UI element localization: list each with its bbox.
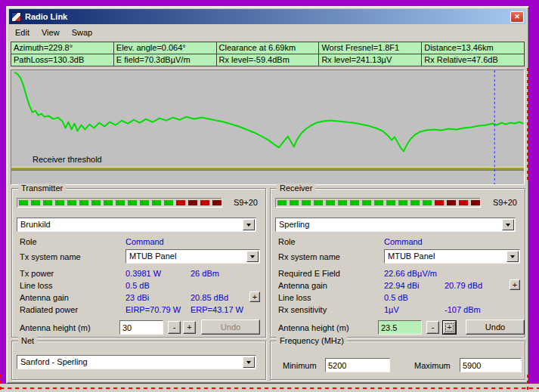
meter-segment bbox=[200, 200, 209, 205]
meter-segment bbox=[314, 200, 323, 205]
receiver-threshold-label: Receiver threshold bbox=[33, 155, 102, 164]
rx-station-combo[interactable]: Sperling bbox=[275, 218, 516, 232]
rx-efield-value: 22.66 dBµV/m bbox=[384, 269, 437, 278]
rx-system-value: MTUB Panel bbox=[388, 252, 504, 261]
dropdown-arrow-icon[interactable] bbox=[243, 357, 255, 368]
tx-antenna-gain-dbd: 20.85 dBd bbox=[191, 293, 228, 302]
meter-segment bbox=[19, 200, 28, 205]
dropdown-arrow-icon[interactable] bbox=[243, 219, 255, 230]
close-icon[interactable]: ✕ bbox=[510, 11, 524, 23]
meter-segment bbox=[423, 200, 432, 205]
rx-station-value: Sperling bbox=[279, 220, 500, 229]
rx-antenna-height-label: Antenna height (m) bbox=[278, 323, 349, 332]
rx-antenna-detail-button[interactable]: + bbox=[510, 279, 520, 290]
rx-sensitivity-dbm: -107 dBm bbox=[445, 305, 481, 314]
rx-antenna-height-input[interactable] bbox=[378, 320, 422, 335]
map-grid-dash bbox=[527, 68, 528, 180]
meter-segment bbox=[31, 200, 40, 205]
rx-role-label: Role bbox=[278, 237, 296, 246]
tx-height-minus-button[interactable]: - bbox=[168, 321, 181, 334]
menu-view[interactable]: View bbox=[36, 26, 66, 39]
arrow-down-glyph bbox=[510, 255, 515, 261]
tx-station-combo[interactable]: Brunkild bbox=[17, 218, 256, 232]
map-grid-dash bbox=[527, 375, 528, 392]
info-rx-level-dbm: Rx level=-59.4dBm bbox=[217, 54, 319, 66]
rx-system-combo[interactable]: MTUB Panel bbox=[384, 249, 520, 264]
tx-system-combo[interactable]: MTUB Panel bbox=[125, 249, 260, 264]
tx-system-label: Tx system name bbox=[20, 252, 81, 261]
meter-segment bbox=[67, 200, 76, 205]
meter-segment bbox=[435, 200, 444, 205]
meter-segment bbox=[362, 200, 371, 205]
meter-segment bbox=[410, 200, 420, 205]
info-clearance: Clearance at 6.69km bbox=[217, 42, 319, 54]
meter-segment bbox=[326, 200, 335, 205]
info-distance: Distance=13.46km bbox=[422, 42, 524, 54]
rx-signal-reading: S9+20 bbox=[493, 198, 517, 207]
meter-segment bbox=[43, 200, 52, 205]
info-worst-fresnel: Worst Fresnel=1.8F1 bbox=[319, 42, 421, 54]
menu-edit[interactable]: Edit bbox=[9, 26, 36, 39]
tx-antenna-height-input[interactable] bbox=[119, 320, 163, 335]
meter-segment bbox=[91, 200, 101, 205]
frequency-min-label: Minimum bbox=[283, 361, 317, 370]
desktop: { "desktop": { "background_color": "#a00… bbox=[0, 0, 539, 392]
tx-system-value: MTUB Panel bbox=[129, 252, 244, 261]
dropdown-arrow-icon[interactable] bbox=[502, 219, 514, 230]
tx-undo-button[interactable]: Undo bbox=[201, 319, 260, 335]
dropdown-arrow-icon[interactable] bbox=[506, 251, 519, 262]
menu-swap[interactable]: Swap bbox=[66, 26, 99, 39]
tx-antenna-detail-button[interactable]: + bbox=[249, 292, 260, 302]
meter-segment bbox=[188, 200, 197, 205]
tx-role-value: Command bbox=[125, 237, 164, 246]
meter-segment bbox=[471, 200, 480, 205]
info-pathloss: PathLoss=130.3dB bbox=[11, 54, 113, 66]
meter-segment bbox=[290, 200, 299, 205]
meter-segment bbox=[447, 200, 456, 205]
profile-svg bbox=[11, 70, 524, 184]
meter-segment bbox=[302, 200, 311, 205]
rx-undo-button[interactable]: Undo bbox=[466, 319, 525, 335]
dropdown-arrow-icon[interactable] bbox=[246, 251, 259, 262]
frequency-max-input[interactable] bbox=[460, 358, 522, 372]
rx-sensitivity-uv: 1µV bbox=[384, 305, 399, 314]
tx-line-loss-label: Line loss bbox=[20, 281, 52, 290]
profile-chart[interactable]: Receiver threshold bbox=[11, 69, 525, 185]
app-icon bbox=[11, 12, 21, 22]
frequency-min-input[interactable] bbox=[325, 358, 390, 372]
rx-antenna-gain-label: Antenna gain bbox=[278, 281, 327, 290]
tx-antenna-gain-dbi: 23 dBi bbox=[125, 293, 149, 302]
tx-radiated-label: Radiated power bbox=[20, 305, 78, 314]
meter-segment bbox=[116, 200, 125, 205]
rx-efield-label: Required E Field bbox=[278, 269, 340, 278]
rx-antenna-gain-dbd: 20.79 dBd bbox=[445, 281, 482, 290]
meter-segment bbox=[164, 200, 173, 205]
rx-line-loss-value: 0.5 dB bbox=[384, 293, 408, 302]
meter-segment bbox=[350, 200, 359, 205]
meter-segment bbox=[55, 200, 64, 205]
frequency-max-label: Maximum bbox=[414, 361, 451, 370]
receiver-group: Receiver S9+20 Sperling Role Command Rx … bbox=[270, 188, 525, 338]
tx-height-plus-button[interactable]: + bbox=[183, 321, 196, 334]
meter-segment bbox=[79, 200, 88, 205]
net-selected-value: Sanford - Sperling bbox=[20, 357, 240, 366]
meter-segment bbox=[152, 200, 161, 205]
meter-segment bbox=[176, 200, 185, 205]
rx-height-minus-button[interactable]: - bbox=[426, 321, 439, 334]
rx-height-plus-button[interactable]: + bbox=[443, 321, 456, 334]
arrow-down-glyph bbox=[506, 224, 510, 229]
info-azimuth: Azimuth=229.8° bbox=[11, 42, 113, 54]
map-grid-dash bbox=[0, 375, 2, 392]
net-combo[interactable]: Sanford - Sperling bbox=[17, 355, 256, 369]
rx-role-value: Command bbox=[384, 237, 423, 246]
info-elev-angle: Elev. angle=0.064° bbox=[114, 42, 216, 54]
rx-antenna-gain-dbi: 22.94 dBi bbox=[384, 281, 419, 290]
rx-sensitivity-label: Rx sensitivity bbox=[278, 305, 327, 314]
net-group-label: Net bbox=[18, 336, 37, 346]
info-e-field: E field=70.3dBµV/m bbox=[114, 54, 216, 66]
meter-segment bbox=[128, 200, 137, 205]
title-bar[interactable]: Radio Link ✕ bbox=[9, 9, 526, 24]
map-grid-dash bbox=[0, 387, 539, 389]
tx-role-label: Role bbox=[20, 237, 37, 246]
tx-antenna-height-label: Antenna height (m) bbox=[20, 323, 91, 332]
